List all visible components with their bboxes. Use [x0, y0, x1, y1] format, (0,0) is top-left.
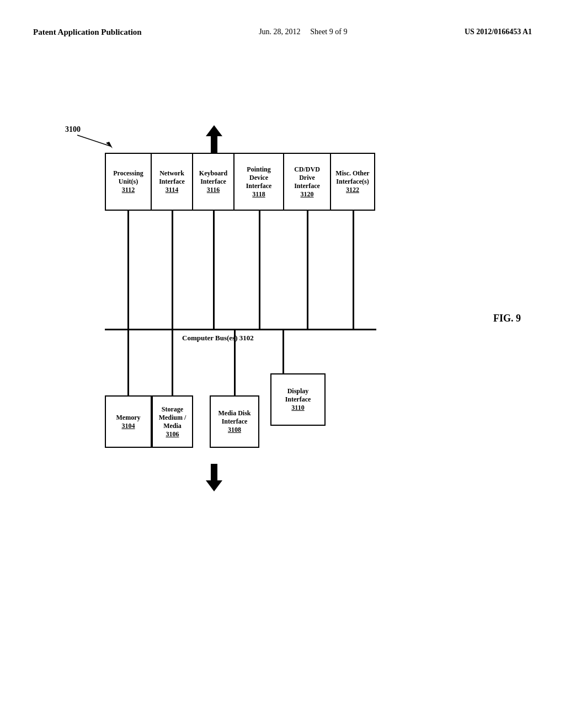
- bus-label: Computer Bus(es) 3102: [182, 334, 254, 342]
- box-display-line2: Interface: [285, 395, 311, 404]
- box-mediadisk-ref: 3108: [228, 426, 241, 434]
- vert-line-memory: [127, 330, 129, 397]
- header-right: US 2012/0166453 A1: [465, 28, 532, 36]
- header-center: Jun. 28, 2012 Sheet 9 of 9: [259, 28, 347, 36]
- header-sheet: Sheet 9 of 9: [310, 28, 347, 36]
- page-header: Patent Application Publication Jun. 28, …: [0, 0, 565, 48]
- vert-line-processing: [127, 211, 129, 329]
- box-storage-line1: Storage: [162, 405, 183, 414]
- box-display-line1: Display: [287, 387, 309, 395]
- svg-marker-2: [206, 125, 222, 153]
- vert-line-cddvd: [307, 211, 308, 329]
- box-pointing-line1: Pointing Device: [237, 165, 281, 182]
- box-keyboard: Keyboard Interface 3116: [193, 153, 234, 211]
- box-network-line1: Network: [159, 169, 184, 178]
- box-cddvd: CD/DVD Drive Interface 3120: [284, 153, 331, 211]
- system-number: 3100: [65, 125, 81, 134]
- header-left: Patent Application Publication: [33, 28, 142, 37]
- vert-line-pointing: [259, 211, 260, 329]
- box-mediadisk-line1: Media Disk: [218, 409, 250, 417]
- box-memory: Memory 3104: [105, 395, 152, 448]
- box-keyboard-line2: Interface: [200, 178, 226, 186]
- box-processing: Processing Unit(s) 3112: [105, 153, 152, 211]
- box-storage-ref: 3106: [166, 430, 179, 438]
- svg-marker-3: [206, 464, 222, 491]
- box-display-ref: 3110: [291, 404, 304, 412]
- box-pointing-line2: Interface: [246, 182, 272, 190]
- diagram-area: FIG. 9 3100 Processing Unit(s) 3112 Netw…: [0, 48, 565, 710]
- box-storage-line3: Media: [163, 422, 182, 430]
- box-cddvd-ref: 3120: [301, 190, 314, 199]
- box-memory-ref: 3104: [122, 422, 135, 430]
- box-processing-line2: Unit(s): [119, 178, 138, 186]
- figure-label: FIG. 9: [493, 313, 521, 324]
- box-keyboard-ref: 3116: [207, 186, 220, 194]
- box-mediadisk: Media Disk Interface 3108: [210, 395, 259, 448]
- svg-line-0: [77, 135, 110, 146]
- box-network-ref: 3114: [166, 186, 178, 194]
- bottom-arrow-svg: [203, 447, 225, 491]
- box-misc-line1: Misc. Other: [335, 169, 369, 178]
- box-processing-line1: Processing: [113, 169, 143, 178]
- box-misc-line2: Interface(s): [336, 178, 369, 186]
- box-pointing-ref: 3118: [252, 190, 265, 199]
- vert-line-keyboard: [213, 211, 215, 329]
- box-misc-ref: 3122: [346, 186, 359, 194]
- vert-line-misc: [353, 211, 354, 329]
- box-memory-line1: Memory: [116, 414, 141, 422]
- box-processing-ref: 3112: [122, 186, 135, 194]
- vert-line-network: [172, 211, 173, 329]
- box-mediadisk-line2: Interface: [222, 417, 248, 426]
- vert-line-storage: [172, 330, 173, 397]
- box-display: Display Interface 3110: [270, 373, 326, 426]
- box-network: Network Interface 3114: [152, 153, 193, 211]
- box-cddvd-line2: Interface: [294, 182, 320, 190]
- vert-line-mediadisk: [234, 330, 236, 397]
- box-pointing: Pointing Device Interface 3118: [234, 153, 284, 211]
- box-cddvd-line1: CD/DVD Drive: [286, 165, 328, 182]
- header-date: Jun. 28, 2012: [259, 28, 300, 36]
- box-storage-line2: Medium /: [159, 414, 186, 422]
- box-storage: Storage Medium / Media 3106: [152, 395, 193, 448]
- top-boxes-container: Processing Unit(s) 3112 Network Interfac…: [105, 153, 375, 211]
- box-network-line2: Interface: [159, 178, 185, 186]
- bus-line: [105, 329, 376, 330]
- vert-line-display: [282, 329, 284, 374]
- box-keyboard-line1: Keyboard: [199, 169, 227, 178]
- box-misc: Misc. Other Interface(s) 3122: [331, 153, 375, 211]
